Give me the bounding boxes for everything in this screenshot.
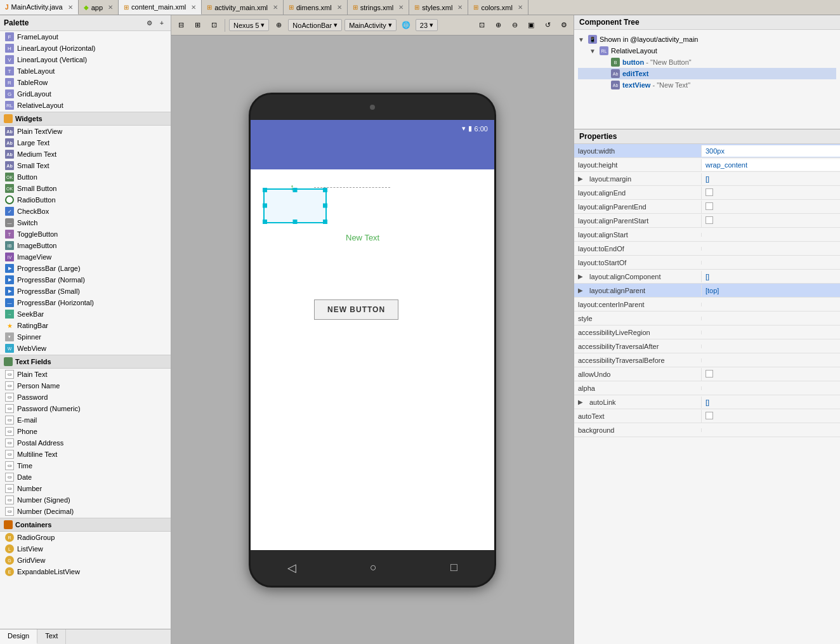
palette-item-plain-text[interactable]: ▭ Plain Text xyxy=(0,369,171,380)
palette-item-radiogroup[interactable]: R RadioGroup xyxy=(0,532,171,543)
palette-item-postal-address[interactable]: ▭ Postal Address xyxy=(0,437,171,449)
home-nav-btn[interactable]: ○ xyxy=(370,561,377,574)
palette-item-ratingbar[interactable]: ★ RatingBar xyxy=(0,320,171,331)
palette-item-imagebutton[interactable]: IB ImageButton xyxy=(0,240,171,251)
toolbar-zoom-out-icon[interactable]: ⊖ xyxy=(508,18,522,32)
tree-item-edittext[interactable]: Ab editText xyxy=(578,68,836,79)
tab-colors[interactable]: ⊞ colors.xml ✕ xyxy=(468,0,528,15)
toolbar-render-icon[interactable]: ▣ xyxy=(524,18,538,32)
prop-row-alignparentend[interactable]: layout:alignParentEnd xyxy=(574,200,840,214)
prop-row-accessbefore[interactable]: accessibilityTraversalBefore xyxy=(574,353,840,367)
prop-row-allowundo[interactable]: allowUndo xyxy=(574,367,840,381)
tab-strings[interactable]: ⊞ strings.xml ✕ xyxy=(348,0,410,15)
palette-item-number-decimal[interactable]: ▭ Number (Decimal) xyxy=(0,506,171,517)
toolbar-grid-icon[interactable]: ⊞ xyxy=(190,18,204,32)
tab-mainactivity-close[interactable]: ✕ xyxy=(68,4,73,11)
toolbar-settings-icon[interactable]: ⚙ xyxy=(557,18,571,32)
expand-alignparent-icon[interactable]: ▶ xyxy=(578,287,587,294)
prop-row-margin[interactable]: ▶ layout:margin [] xyxy=(574,172,840,186)
tab-mainactivity[interactable]: J MainActivity.java ✕ xyxy=(0,0,79,15)
checkbox-autotext[interactable] xyxy=(705,412,713,419)
prop-row-width[interactable]: layout:width 300px xyxy=(574,144,840,158)
palette-item-linearlayout-h[interactable]: H LinearLayout (Horizontal) xyxy=(0,43,171,54)
palette-category-textfields[interactable]: Text Fields xyxy=(0,355,171,369)
palette-item-date[interactable]: ▭ Date xyxy=(0,471,171,483)
resize-handle-tr[interactable] xyxy=(323,188,327,192)
toolbar-zoom-normal-icon[interactable]: ⊡ xyxy=(475,18,489,32)
palette-item-password-numeric[interactable]: ▭ Password (Numeric) xyxy=(0,403,171,414)
toolbar-resize-icon[interactable]: ⊟ xyxy=(174,18,188,32)
palette-item-progressbar-normal[interactable]: ▶ ProgressBar (Normal) xyxy=(0,274,171,286)
checkbox-alignparentend[interactable] xyxy=(705,202,713,210)
palette-item-gridview[interactable]: G GridView xyxy=(0,555,171,566)
palette-item-phone[interactable]: ▭ Phone xyxy=(0,426,171,437)
palette-item-small-button[interactable]: OK Small Button xyxy=(0,183,171,194)
expand-autolink-icon[interactable]: ▶ xyxy=(578,398,587,405)
prop-row-centerinparent[interactable]: layout:centerInParent xyxy=(574,298,840,312)
prop-row-accesslive[interactable]: accessibilityLiveRegion xyxy=(574,325,840,339)
expand-margin-icon[interactable]: ▶ xyxy=(578,175,587,182)
tab-dimens-close[interactable]: ✕ xyxy=(337,4,342,11)
toolbar-theme-btn[interactable]: NoActionBar ▾ xyxy=(288,19,342,31)
palette-item-button[interactable]: OK Button xyxy=(0,171,171,183)
tab-styles[interactable]: ⊞ styles.xml ✕ xyxy=(409,0,468,15)
tab-activity-main[interactable]: ⊞ activity_main.xml ✕ xyxy=(202,0,284,15)
palette-item-email[interactable]: ▭ E-mail xyxy=(0,414,171,426)
palette-item-expandable-listview[interactable]: E ExpandableListView xyxy=(0,566,171,577)
tab-colors-close[interactable]: ✕ xyxy=(518,4,523,11)
resize-handle-bm[interactable] xyxy=(293,220,298,224)
prop-row-alignparentstart[interactable]: layout:alignParentStart xyxy=(574,214,840,228)
new-text-label[interactable]: New Text xyxy=(346,233,379,242)
checkbox-allowundo[interactable] xyxy=(705,370,713,378)
prop-row-autotext[interactable]: autoText xyxy=(574,409,840,423)
toolbar-activity-btn[interactable]: MainActivity ▾ xyxy=(345,19,397,31)
prop-value-width[interactable]: 300px xyxy=(701,145,840,157)
prop-row-alignend[interactable]: layout:alignEnd xyxy=(574,186,840,200)
prop-row-height[interactable]: layout:height wrap_content xyxy=(574,158,840,172)
toolbar-refresh-icon[interactable]: ↺ xyxy=(541,18,555,32)
palette-search-icon[interactable]: + xyxy=(157,18,167,28)
checkbox-alignparentstart[interactable] xyxy=(705,216,713,224)
tree-item-button[interactable]: B button - "New Button" xyxy=(578,56,836,68)
tree-item-textview[interactable]: Ab textView - "New Text" xyxy=(578,79,836,91)
resize-handle-mr[interactable] xyxy=(323,204,327,208)
palette-item-togglebutton[interactable]: T ToggleButton xyxy=(0,228,171,240)
prop-row-alpha[interactable]: alpha xyxy=(574,381,840,395)
tab-styles-close[interactable]: ✕ xyxy=(457,4,463,11)
prop-row-alignstart[interactable]: layout:alignStart xyxy=(574,228,840,242)
palette-item-time[interactable]: ▭ Time xyxy=(0,460,171,471)
palette-item-plain-textview[interactable]: Ab Plain TextView xyxy=(0,126,171,137)
palette-item-relativelayout[interactable]: RL RelativeLayout xyxy=(0,100,171,111)
prop-row-aligncomponent[interactable]: ▶ layout:alignComponent [] xyxy=(574,270,840,284)
palette-item-checkbox[interactable]: ✓ CheckBox xyxy=(0,206,171,217)
new-button-widget[interactable]: NEW BUTTON xyxy=(314,299,398,320)
toolbar-orient-icon[interactable]: ⊕ xyxy=(272,18,285,32)
tab-design[interactable]: Design xyxy=(0,629,37,644)
palette-item-radiobutton[interactable]: RadioButton xyxy=(0,194,171,206)
palette-category-containers[interactable]: Containers xyxy=(0,518,171,532)
tab-text[interactable]: Text xyxy=(37,629,66,644)
palette-item-gridlayout[interactable]: G GridLayout xyxy=(0,88,171,100)
palette-settings-icon[interactable]: ⚙ xyxy=(144,18,154,28)
phone-content[interactable]: ↑ xyxy=(251,169,494,550)
palette-item-number-signed[interactable]: ▭ Number (Signed) xyxy=(0,494,171,506)
prop-row-accessafter[interactable]: accessibilityTraversalAfter xyxy=(574,339,840,353)
palette-item-small-text[interactable]: Ab Small Text xyxy=(0,160,171,171)
palette-item-progressbar-small[interactable]: ▶ ProgressBar (Small) xyxy=(0,286,171,297)
prop-value-height[interactable]: wrap_content xyxy=(701,159,840,171)
tab-app-close[interactable]: ✕ xyxy=(108,4,113,11)
edit-text-widget[interactable]: ↑ xyxy=(263,188,327,223)
palette-item-multiline-text[interactable]: ▭ Multiline Text xyxy=(0,449,171,460)
palette-item-listview[interactable]: L ListView xyxy=(0,543,171,555)
tree-item-relativelayout[interactable]: ▼ RL RelativeLayout xyxy=(578,45,836,56)
toolbar-locale-icon[interactable]: 🌐 xyxy=(399,18,413,32)
tab-strings-close[interactable]: ✕ xyxy=(398,4,404,11)
tab-content-main[interactable]: ⊞ content_main.xml ✕ xyxy=(119,0,202,15)
prop-row-background[interactable]: background xyxy=(574,423,840,437)
palette-item-framelayout[interactable]: F FrameLayout xyxy=(0,31,171,43)
prop-row-autolink[interactable]: ▶ autoLink [] xyxy=(574,395,840,409)
tree-toggle-root[interactable]: ▼ xyxy=(578,36,586,43)
toolbar-expand-icon[interactable]: ⊡ xyxy=(207,18,221,32)
checkbox-alignend[interactable] xyxy=(705,188,713,196)
tab-content-main-close[interactable]: ✕ xyxy=(191,4,196,11)
